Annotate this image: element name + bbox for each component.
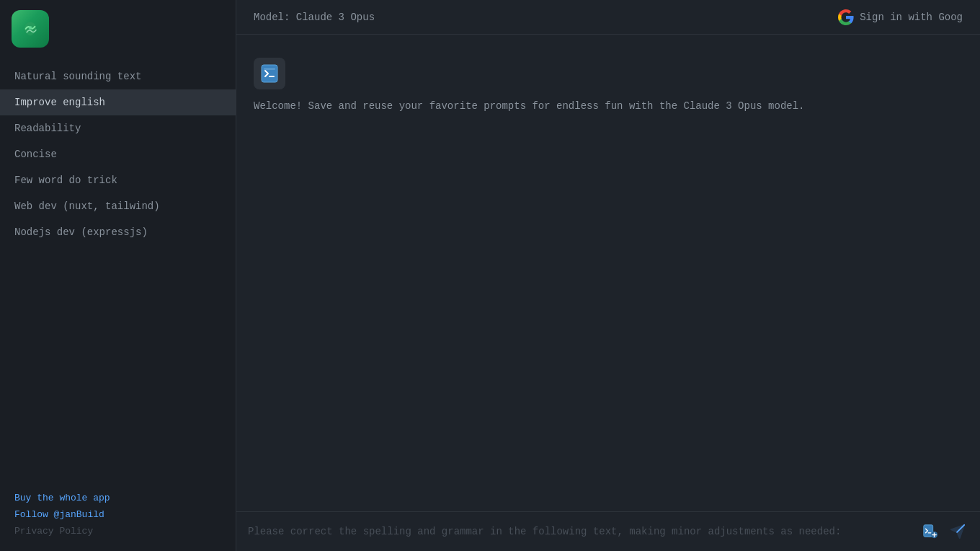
welcome-block: Welcome! Save and reuse your favorite pr… [254, 58, 963, 114]
chat-input[interactable] [248, 521, 912, 542]
app-logo[interactable] [12, 10, 49, 48]
privacy-policy-link[interactable]: Privacy Policy [14, 526, 221, 537]
sidebar-item-nodejs-dev[interactable]: Nodejs dev (expressjs) [0, 219, 236, 245]
sidebar-footer: Buy the whole app Follow @janBuild Priva… [0, 481, 236, 551]
main-panel: Model: Claude 3 Opus Sign in with Goog [236, 0, 980, 551]
topbar: Model: Claude 3 Opus Sign in with Goog [236, 0, 980, 35]
bot-icon [254, 58, 285, 89]
sidebar-item-web-dev[interactable]: Web dev (nuxt, tailwind) [0, 193, 236, 219]
attach-prompt-icon [922, 524, 938, 539]
svg-rect-1 [262, 65, 277, 82]
sidebar-item-improve-english[interactable]: Improve english [0, 89, 236, 115]
sidebar-nav: Natural sounding textImprove englishRead… [0, 58, 236, 481]
input-actions [919, 521, 968, 542]
send-icon [950, 524, 966, 539]
sidebar-item-readability[interactable]: Readability [0, 115, 236, 141]
follow-link[interactable]: Follow @janBuild [14, 509, 221, 520]
chat-area: Welcome! Save and reuse your favorite pr… [236, 35, 980, 511]
attach-prompt-button[interactable] [919, 521, 941, 542]
svg-rect-3 [264, 69, 275, 70]
sidebar-item-few-word[interactable]: Few word do trick [0, 167, 236, 193]
sidebar-header [0, 0, 236, 58]
sidebar: Natural sounding textImprove englishRead… [0, 0, 236, 551]
model-label: Model: Claude 3 Opus [254, 12, 375, 23]
signin-label: Sign in with Goog [860, 12, 963, 23]
sidebar-item-concise[interactable]: Concise [0, 141, 236, 167]
buy-app-link[interactable]: Buy the whole app [14, 493, 221, 503]
input-area [236, 511, 980, 551]
send-button[interactable] [947, 521, 968, 542]
signin-button[interactable]: Sign in with Goog [838, 9, 963, 25]
sidebar-item-natural-sounding[interactable]: Natural sounding text [0, 63, 236, 89]
prompt-icon-svg [259, 63, 280, 84]
google-icon [838, 9, 854, 25]
svg-point-0 [29, 26, 32, 30]
welcome-text: Welcome! Save and reuse your favorite pr… [254, 98, 902, 114]
